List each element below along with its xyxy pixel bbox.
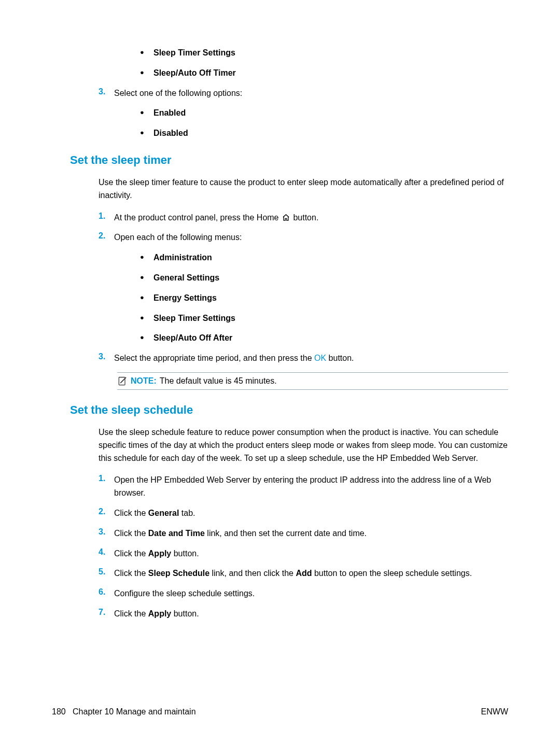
text-part: Click the bbox=[114, 549, 148, 558]
ok-button-text: OK bbox=[314, 354, 326, 362]
step-text: Configure the sleep schedule settings. bbox=[114, 587, 255, 600]
section1-body: Use the sleep timer feature to cause the… bbox=[99, 176, 508, 390]
step-row: 3.Click the Date and Time link, and then… bbox=[99, 527, 508, 540]
text-part: Click the bbox=[114, 509, 148, 517]
chapter-label: Chapter 10 Manage and maintain bbox=[73, 707, 196, 716]
step-3-group: 3. Select one of the following options: … bbox=[99, 87, 508, 140]
list-item: ● Sleep Timer Settings bbox=[140, 47, 508, 60]
step-text: Select the appropriate time period, and … bbox=[114, 352, 354, 365]
step-number: 1. bbox=[99, 212, 114, 221]
text-part: link, and then set the current date and … bbox=[205, 529, 367, 538]
step-3-options: ● Enabled ● Disabled bbox=[140, 107, 508, 140]
step-text: Click the Date and Time link, and then s… bbox=[114, 527, 367, 540]
list-item: ● Disabled bbox=[140, 127, 508, 140]
top-bullet-group: ● Sleep Timer Settings ● Sleep/Auto Off … bbox=[140, 47, 508, 80]
list-item: ●Sleep Timer Settings bbox=[140, 312, 508, 325]
bold-term: Sleep Schedule bbox=[148, 569, 209, 578]
section-heading-sleep-schedule: Set the sleep schedule bbox=[70, 403, 508, 417]
bullet-icon: ● bbox=[140, 312, 153, 324]
step-row: 2. Open each of the following menus: bbox=[99, 231, 508, 244]
step-row: 7.Click the Apply button. bbox=[99, 608, 508, 621]
text-part: button. bbox=[293, 213, 318, 222]
step-row: 4.Click the Apply button. bbox=[99, 547, 508, 560]
bullet-icon: ● bbox=[140, 107, 153, 118]
home-icon bbox=[282, 214, 290, 221]
step-text: Click the Apply button. bbox=[114, 608, 199, 621]
bullet-icon: ● bbox=[140, 67, 153, 78]
step-text: Open each of the following menus: bbox=[114, 231, 242, 244]
step-number: 5. bbox=[99, 567, 114, 577]
step-number: 3. bbox=[99, 352, 114, 361]
bullet-icon: ● bbox=[140, 292, 153, 303]
step-text: Click the Apply button. bbox=[114, 547, 199, 560]
list-item: ●Energy Settings bbox=[140, 292, 508, 305]
list-item: ●General Settings bbox=[140, 272, 508, 285]
step-text: At the product control panel, press the … bbox=[114, 212, 318, 224]
text-part: Configure the sleep schedule settings. bbox=[114, 589, 255, 598]
text-part: button. bbox=[326, 354, 354, 362]
footer-right: ENWW bbox=[481, 707, 508, 716]
bullet-text: Enabled bbox=[153, 107, 186, 120]
section2-steps: 1.Open the HP Embedded Web Server by ent… bbox=[99, 474, 508, 620]
step-number: 1. bbox=[99, 474, 114, 483]
list-item: ●Administration bbox=[140, 251, 508, 264]
note-callout: NOTE: The default value is 45 minutes. bbox=[117, 372, 508, 390]
step-text: Click the Sleep Schedule link, and then … bbox=[114, 567, 472, 580]
step-row: 2.Click the General tab. bbox=[99, 507, 508, 520]
step-row: 3. Select the appropriate time period, a… bbox=[99, 352, 508, 365]
bold-term: General bbox=[148, 509, 179, 517]
page-content: ● Sleep Timer Settings ● Sleep/Auto Off … bbox=[83, 47, 508, 621]
section2-body: Use the sleep schedule feature to reduce… bbox=[99, 426, 508, 621]
text-part: Click the bbox=[114, 609, 148, 618]
bold-term: Apply bbox=[148, 549, 171, 558]
list-item: ●Sleep/Auto Off After bbox=[140, 332, 508, 345]
text-part: button. bbox=[171, 549, 199, 558]
bullet-icon: ● bbox=[140, 251, 153, 263]
bullet-text: Sleep Timer Settings bbox=[153, 312, 235, 325]
text-part: Select the appropriate time period, and … bbox=[114, 354, 314, 362]
step-number: 3. bbox=[99, 87, 114, 96]
list-item: ● Sleep/Auto Off Timer bbox=[140, 67, 508, 80]
text-part: Click the bbox=[114, 569, 148, 578]
list-item: ● Enabled bbox=[140, 107, 508, 120]
bullet-icon: ● bbox=[140, 47, 153, 58]
step-number: 6. bbox=[99, 587, 114, 597]
step-number: 4. bbox=[99, 547, 114, 557]
bold-term: Add bbox=[296, 569, 312, 578]
step-number: 7. bbox=[99, 608, 114, 617]
menu-list: ●Administration ●General Settings ●Energ… bbox=[140, 251, 508, 345]
bullet-text: Sleep Timer Settings bbox=[153, 47, 235, 60]
text-part: button. bbox=[171, 609, 199, 618]
text-part: At the product control panel, press the … bbox=[114, 213, 281, 222]
step-row: 1.Open the HP Embedded Web Server by ent… bbox=[99, 474, 508, 500]
bullet-icon: ● bbox=[140, 272, 153, 283]
step-text: Click the General tab. bbox=[114, 507, 195, 520]
bullet-icon: ● bbox=[140, 332, 153, 343]
text-part: Open the HP Embedded Web Server by enter… bbox=[114, 475, 491, 497]
note-icon bbox=[117, 376, 128, 386]
bullet-text: Sleep/Auto Off Timer bbox=[153, 67, 236, 80]
text-part: tab. bbox=[179, 509, 195, 517]
bullet-text: Sleep/Auto Off After bbox=[153, 332, 232, 345]
step-row: 1. At the product control panel, press t… bbox=[99, 212, 508, 224]
step-row: 5.Click the Sleep Schedule link, and the… bbox=[99, 567, 508, 580]
page-number: 180 bbox=[52, 707, 66, 716]
step-number: 3. bbox=[99, 527, 114, 537]
note-text: The default value is 45 minutes. bbox=[160, 376, 277, 386]
section2-intro: Use the sleep schedule feature to reduce… bbox=[99, 426, 508, 465]
footer-left: 180 Chapter 10 Manage and maintain bbox=[52, 707, 196, 716]
bullet-text: Disabled bbox=[153, 127, 188, 140]
page-footer: 180 Chapter 10 Manage and maintain ENWW bbox=[52, 707, 508, 716]
bullet-text: Administration bbox=[153, 251, 212, 264]
step-row: 6.Configure the sleep schedule settings. bbox=[99, 587, 508, 600]
note-label: NOTE: bbox=[131, 376, 157, 386]
section-heading-sleep-timer: Set the sleep timer bbox=[70, 153, 508, 167]
step-text: Open the HP Embedded Web Server by enter… bbox=[114, 474, 508, 500]
bullet-icon: ● bbox=[140, 127, 153, 138]
bold-term: Apply bbox=[148, 609, 171, 618]
bullet-text: Energy Settings bbox=[153, 292, 217, 305]
step-text: Select one of the following options: bbox=[114, 87, 242, 100]
text-part: Click the bbox=[114, 529, 148, 538]
bullet-text: General Settings bbox=[153, 272, 219, 285]
step-number: 2. bbox=[99, 507, 114, 516]
